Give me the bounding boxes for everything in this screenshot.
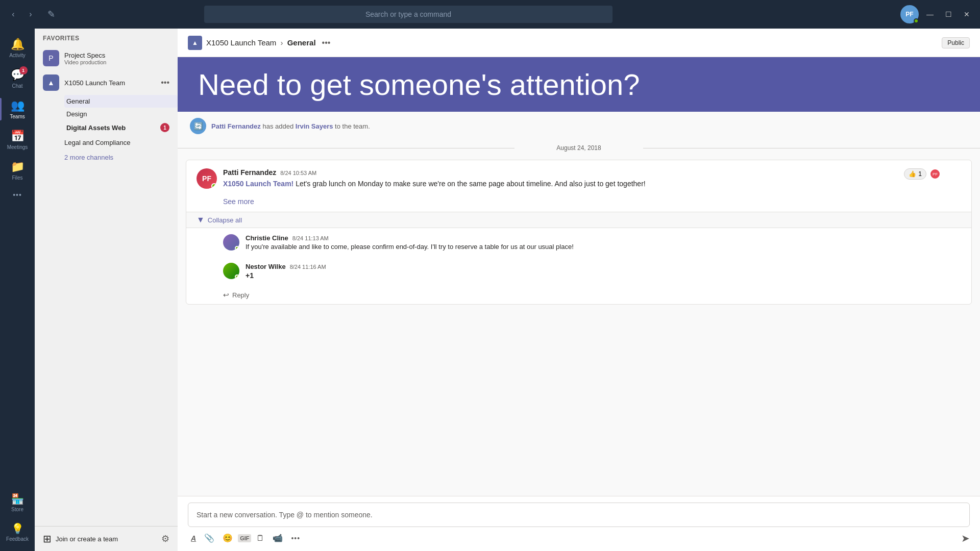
team-avatar-x1050: ▲ bbox=[43, 74, 59, 91]
more-channels-link[interactable]: 2 more channels bbox=[35, 151, 178, 164]
compose-input[interactable]: Start a new conversation. Type @ to ment… bbox=[188, 503, 970, 527]
files-icon: 📁 bbox=[11, 160, 24, 173]
channel-header: ▲ X1050 Launch Team › General ••• Public bbox=[178, 29, 980, 57]
banner-heading: Need to get someone's attention? bbox=[198, 67, 640, 102]
reply-action[interactable]: ↩ Reply bbox=[186, 286, 971, 304]
gif-button[interactable]: GIF bbox=[238, 534, 251, 542]
minimize-button[interactable]: — bbox=[923, 7, 937, 21]
reply-message-nestor: Nestor Wilke 8/24 11:16 AM +1 bbox=[186, 257, 971, 286]
reaction-avatars: PF bbox=[929, 168, 941, 180]
activity-label: Activity bbox=[9, 53, 26, 58]
team-name-x1050: X1050 Launch Team bbox=[64, 79, 156, 87]
close-button[interactable]: ✕ bbox=[960, 7, 974, 21]
chat-icon: 💬 1 bbox=[11, 68, 24, 82]
nav-back-button[interactable]: ‹ bbox=[6, 7, 20, 21]
breadcrumb-channel: General bbox=[287, 38, 316, 47]
join-team-button[interactable]: ⊞ Join or create a team bbox=[43, 533, 118, 545]
user-avatar[interactable]: PF bbox=[900, 5, 919, 23]
reply-arrow-icon: ↩ bbox=[223, 291, 229, 299]
sidebar-item-files[interactable]: 📁 Files bbox=[0, 155, 35, 186]
title-bar: ‹ › ✎ PF — ☐ ✕ bbox=[0, 0, 980, 29]
compose-button[interactable]: ✎ bbox=[44, 7, 58, 21]
attention-banner: Need to get someone's attention? bbox=[178, 57, 980, 112]
emoji-button[interactable]: 😊 bbox=[219, 531, 236, 545]
reply-avatar-christie bbox=[223, 234, 239, 251]
digital-assets-badge: 1 bbox=[160, 123, 169, 132]
message-body: Patti Fernandez 8/24 10:53 AM X1050 Laun… bbox=[223, 168, 961, 189]
team-item-legal[interactable]: Legal and Compliance bbox=[35, 135, 178, 151]
team-name-project-specs: Project Specs bbox=[64, 52, 106, 59]
feedback-label: Feedback bbox=[6, 536, 29, 542]
attach-button[interactable]: 📎 bbox=[201, 531, 217, 545]
team-item-x1050[interactable]: ▲ X1050 Launch Team ••• bbox=[35, 70, 178, 95]
sidebar-item-store[interactable]: 🏪 Store bbox=[0, 488, 35, 517]
team-item-project-specs[interactable]: P Project Specs Video production bbox=[35, 46, 178, 70]
messages-area[interactable]: 🔄 Patti Fernandez has added Irvin Sayers… bbox=[178, 112, 980, 496]
titlebar-right: PF — ☐ ✕ bbox=[900, 5, 974, 23]
sidebar-item-feedback[interactable]: 💡 Feedback bbox=[0, 517, 35, 547]
nav-forward-button[interactable]: › bbox=[23, 7, 38, 21]
compose-placeholder: Start a new conversation. Type @ to ment… bbox=[197, 511, 373, 519]
reply-sender-nestor: Nestor Wilke bbox=[246, 263, 286, 270]
message-time: 8/24 10:53 AM bbox=[280, 170, 316, 176]
format-text-button[interactable]: A bbox=[188, 532, 199, 544]
collapse-bar: ▼ Collapse all bbox=[186, 212, 971, 228]
sidebar-item-more[interactable]: ••• bbox=[0, 186, 35, 206]
channel-more-button[interactable]: ••• bbox=[322, 38, 331, 47]
channel-name-design: Design bbox=[66, 110, 169, 118]
video-button[interactable]: 📹 bbox=[270, 531, 286, 545]
system-avatar: 🔄 bbox=[190, 118, 206, 134]
reply-avatar-nestor bbox=[223, 263, 239, 279]
public-badge: Public bbox=[942, 37, 970, 48]
sidebar-item-meetings[interactable]: 📅 Meetings bbox=[0, 124, 35, 155]
team-avatar-project-specs: P bbox=[43, 50, 59, 66]
x1050-channels: General Design Digital Assets Web 1 bbox=[35, 95, 178, 135]
teams-label: Teams bbox=[10, 114, 24, 119]
reply-text-christie: If you're available and like to come, pl… bbox=[246, 243, 961, 251]
sidebar: Favorites P Project Specs Video producti… bbox=[35, 29, 178, 551]
sidebar-item-teams[interactable]: 👥 Teams bbox=[0, 94, 35, 124]
reply-text-nestor: +1 bbox=[246, 271, 961, 280]
like-icon: 👍 bbox=[909, 170, 916, 178]
sidebar-item-activity[interactable]: 🔔 Activity bbox=[0, 33, 35, 63]
channel-item-design[interactable]: Design bbox=[64, 108, 178, 120]
sender-avatar-patti: PF bbox=[197, 168, 217, 189]
files-label: Files bbox=[12, 175, 22, 181]
see-more-link[interactable]: See more bbox=[186, 197, 971, 212]
join-label: Join or create a team bbox=[56, 535, 118, 543]
reply-time-christie: 8/24 11:13 AM bbox=[292, 235, 329, 241]
app-body: 🔔 Activity 💬 1 Chat 👥 Teams 📅 Meetings 📁… bbox=[0, 29, 980, 551]
avatar-status-indicator bbox=[914, 18, 919, 23]
channel-name-general: General bbox=[66, 97, 169, 105]
store-label: Store bbox=[11, 507, 23, 512]
reply-time-nestor: 8/24 11:16 AM bbox=[290, 264, 326, 270]
search-input[interactable] bbox=[204, 6, 612, 23]
channel-item-general[interactable]: General bbox=[64, 95, 178, 108]
collapse-all-link[interactable]: Collapse all bbox=[208, 216, 242, 224]
sticker-button[interactable]: 🗒 bbox=[253, 532, 267, 545]
system-text: Patti Fernandez has added Irvin Sayers t… bbox=[211, 122, 370, 130]
maximize-button[interactable]: ☐ bbox=[941, 7, 955, 21]
message-main: PF Patti Fernandez 8/24 10:53 AM X1050 L… bbox=[186, 160, 971, 197]
reaction-avatar-1: PF bbox=[929, 168, 941, 180]
reply-message-christie: Christie Cline 8/24 11:13 AM If you're a… bbox=[186, 228, 971, 257]
system-message: 🔄 Patti Fernandez has added Irvin Sayers… bbox=[178, 112, 980, 140]
channel-team-icon: ▲ bbox=[188, 36, 202, 50]
activity-icon: 🔔 bbox=[11, 38, 24, 51]
system-sender: Patti Fernandez bbox=[211, 122, 261, 130]
send-button[interactable]: ➤ bbox=[961, 532, 970, 544]
favorites-header: Favorites bbox=[35, 29, 178, 46]
chat-badge: 1 bbox=[19, 66, 28, 74]
like-reaction[interactable]: 👍 1 bbox=[904, 168, 926, 180]
settings-button[interactable]: ⚙ bbox=[161, 533, 169, 544]
date-divider: August 24, 2018 bbox=[178, 140, 980, 156]
more-toolbar-button[interactable]: ••• bbox=[288, 532, 303, 544]
like-count: 1 bbox=[918, 170, 922, 178]
team-more-button[interactable]: ••• bbox=[161, 78, 169, 87]
channel-item-digital-assets-web[interactable]: Digital Assets Web 1 bbox=[64, 120, 178, 135]
sidebar-item-chat[interactable]: 💬 1 Chat bbox=[0, 63, 35, 94]
nestor-status bbox=[235, 274, 239, 279]
feedback-icon: 💡 bbox=[11, 522, 24, 535]
nav-buttons[interactable]: ‹ › bbox=[6, 7, 38, 21]
reply-body-nestor: Nestor Wilke 8/24 11:16 AM +1 bbox=[246, 263, 961, 280]
